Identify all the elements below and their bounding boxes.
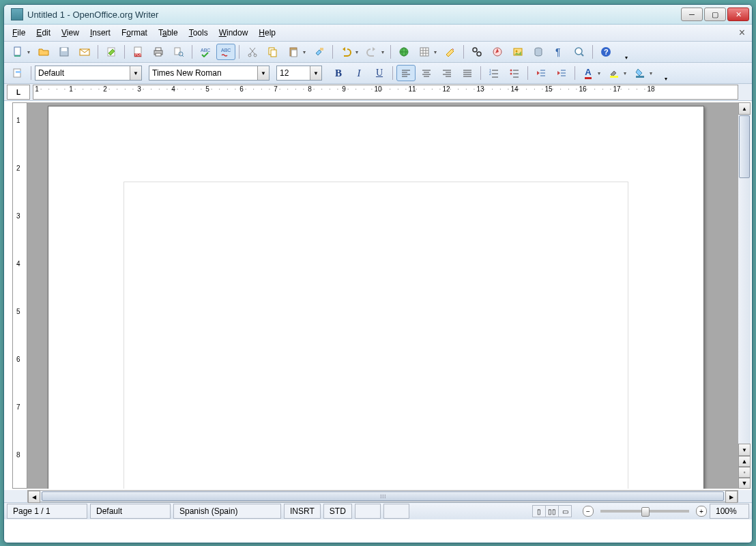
show-draw-functions-button[interactable]: [441, 44, 460, 60]
formatting-toolbar-options-button[interactable]: ▾: [656, 74, 675, 83]
document-area[interactable]: [27, 102, 738, 489]
open-button[interactable]: [34, 44, 53, 60]
scroll-up-button[interactable]: ▲: [738, 102, 751, 115]
navigator-button[interactable]: [488, 44, 507, 60]
menu-file[interactable]: File: [7, 26, 31, 40]
zoom-slider[interactable]: [600, 510, 689, 513]
language-cell[interactable]: Spanish (Spain): [173, 504, 281, 519]
close-document-button[interactable]: ×: [735, 27, 749, 39]
font-color-dropdown-icon[interactable]: ▾: [598, 70, 603, 76]
modified-cell[interactable]: [355, 504, 381, 519]
menu-table[interactable]: Table: [153, 26, 184, 40]
page-style-cell[interactable]: Default: [90, 504, 171, 519]
horizontal-ruler[interactable]: 1123456789101112131415161718: [33, 85, 738, 100]
font-name-dropdown-icon[interactable]: ▼: [257, 66, 269, 80]
page-number-cell[interactable]: Page 1 / 1: [7, 504, 87, 519]
next-page-button[interactable]: ▼: [738, 478, 751, 489]
toolbar-options-button[interactable]: ▾: [617, 53, 636, 62]
menu-edit[interactable]: Edit: [31, 26, 56, 40]
horizontal-scroll-thumb[interactable]: ⁞⁞⁞: [42, 491, 724, 501]
save-button[interactable]: [55, 44, 74, 60]
redo-button[interactable]: [362, 44, 381, 60]
underline-button[interactable]: U: [370, 65, 389, 81]
justify-button[interactable]: [458, 65, 477, 81]
background-color-dropdown-icon[interactable]: ▾: [650, 70, 655, 76]
document-page[interactable]: [48, 106, 704, 489]
close-button[interactable]: ✕: [727, 8, 749, 21]
redo-dropdown-icon[interactable]: ▾: [381, 49, 387, 55]
zoom-button[interactable]: [570, 44, 589, 60]
single-page-view-button[interactable]: ▯: [532, 505, 546, 517]
insert-mode-cell[interactable]: INSRT: [284, 504, 321, 519]
vertical-scrollbar[interactable]: ▲ ▼ ▲ ◦ ▼: [738, 102, 751, 489]
email-button[interactable]: [75, 44, 94, 60]
signature-cell[interactable]: [383, 504, 409, 519]
menu-help[interactable]: Help: [253, 26, 281, 40]
align-center-button[interactable]: [417, 65, 436, 81]
new-document-button[interactable]: [8, 44, 27, 60]
export-pdf-button[interactable]: PDF: [128, 44, 147, 60]
font-name-combo[interactable]: ▼: [149, 66, 270, 81]
align-left-button[interactable]: [396, 65, 416, 81]
menu-view[interactable]: View: [56, 26, 85, 40]
maximize-button[interactable]: ▢: [704, 8, 726, 21]
highlighting-dropdown-icon[interactable]: ▾: [624, 70, 629, 76]
background-color-button[interactable]: [630, 65, 650, 81]
selection-mode-cell[interactable]: STD: [323, 504, 352, 519]
new-dropdown-icon[interactable]: ▾: [27, 49, 33, 55]
menu-window[interactable]: Window: [214, 26, 254, 40]
format-paintbrush-button[interactable]: [310, 44, 329, 60]
font-name-input[interactable]: [149, 67, 257, 79]
zoom-slider-knob[interactable]: [641, 507, 650, 517]
print-button[interactable]: [149, 44, 168, 60]
font-color-button[interactable]: A: [579, 65, 598, 81]
hyperlink-button[interactable]: [394, 44, 413, 60]
cut-button[interactable]: [243, 44, 262, 60]
print-preview-button[interactable]: [169, 44, 188, 60]
zoom-out-button[interactable]: −: [583, 506, 594, 517]
nonprinting-characters-button[interactable]: ¶: [549, 44, 568, 60]
paste-dropdown-icon[interactable]: ▾: [303, 49, 308, 55]
find-replace-button[interactable]: [467, 44, 486, 60]
align-right-button[interactable]: [437, 65, 456, 81]
scroll-right-button[interactable]: ▶: [725, 491, 738, 503]
spellcheck-button[interactable]: ABC: [196, 44, 215, 60]
font-size-dropdown-icon[interactable]: ▼: [310, 66, 321, 80]
help-button[interactable]: ?: [596, 44, 615, 60]
book-view-button[interactable]: ▭: [558, 505, 572, 517]
decrease-indent-button[interactable]: [532, 65, 551, 81]
previous-page-button[interactable]: ▲: [738, 456, 751, 467]
data-sources-button[interactable]: [529, 44, 548, 60]
paste-button[interactable]: [284, 44, 303, 60]
italic-button[interactable]: I: [349, 65, 368, 81]
numbering-button[interactable]: 12: [484, 65, 504, 81]
tab-type-button[interactable]: L: [7, 85, 30, 100]
table-dropdown-icon[interactable]: ▾: [434, 49, 439, 55]
menu-format[interactable]: Format: [116, 26, 153, 40]
bullets-button[interactable]: [505, 65, 524, 81]
zoom-in-button[interactable]: +: [696, 506, 707, 517]
edit-file-button[interactable]: [102, 44, 121, 60]
horizontal-scrollbar[interactable]: ◀ ⁞⁞⁞ ▶: [27, 490, 738, 502]
styles-formatting-button[interactable]: [8, 65, 27, 81]
table-button[interactable]: [415, 44, 434, 60]
font-size-input[interactable]: [277, 67, 310, 79]
menu-tools[interactable]: Tools: [184, 26, 214, 40]
vertical-ruler[interactable]: 12345678: [12, 102, 27, 489]
navigation-button[interactable]: ◦: [738, 467, 751, 478]
auto-spellcheck-button[interactable]: ABC: [216, 44, 235, 60]
paragraph-style-input[interactable]: [35, 67, 130, 79]
undo-button[interactable]: [336, 44, 355, 60]
minimize-button[interactable]: ─: [681, 8, 703, 21]
font-size-combo[interactable]: ▼: [276, 66, 322, 81]
paragraph-style-dropdown-icon[interactable]: ▼: [130, 66, 141, 80]
bold-button[interactable]: B: [329, 65, 348, 81]
undo-dropdown-icon[interactable]: ▾: [355, 49, 361, 55]
menu-insert[interactable]: Insert: [85, 26, 116, 40]
paragraph-style-combo[interactable]: ▼: [35, 66, 142, 81]
highlighting-button[interactable]: [605, 65, 624, 81]
copy-button[interactable]: [263, 44, 282, 60]
scroll-left-button[interactable]: ◀: [28, 491, 40, 503]
zoom-percent-cell[interactable]: 100%: [710, 504, 749, 519]
scroll-down-button[interactable]: ▼: [738, 444, 751, 456]
